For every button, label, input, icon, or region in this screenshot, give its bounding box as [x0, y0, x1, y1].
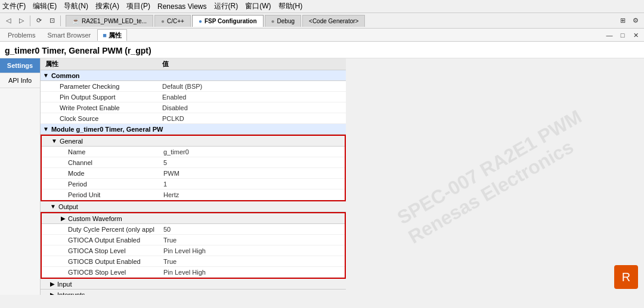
prop-row-param-checking[interactable]: Parameter Checking Default (BSP): [41, 81, 346, 92]
toolbar-layout-btn[interactable]: ⊞: [617, 15, 628, 27]
col-header-value: 值: [162, 60, 343, 69]
input-expand-icon[interactable]: ▶: [50, 281, 55, 287]
prop-value-write-protect: Disabled: [160, 104, 346, 112]
tab-problems-label: Problems: [8, 32, 35, 39]
prop-row-pin-output[interactable]: Pin Output Support Enabled: [41, 92, 346, 102]
right-watermark-panel: SPEC-007 RA2E1 PWMRenesas Electronics R: [346, 58, 644, 295]
interrupts-expand-icon[interactable]: ▶: [50, 291, 55, 295]
module-expand-icon[interactable]: ▼: [43, 126, 49, 132]
prop-value-mode: PWM: [161, 169, 345, 178]
menu-edit[interactable]: 编辑(E): [33, 1, 57, 11]
input-section-header[interactable]: ▶ Input: [41, 279, 346, 290]
prop-row-gtioca-enabled[interactable]: GTIOCA Output Enabled True: [42, 235, 345, 245]
tab-fsp[interactable]: ● FSP Configuration: [192, 15, 264, 27]
common-section-header[interactable]: ▼ Common: [41, 70, 346, 81]
tab-properties-icon: ■: [103, 32, 107, 39]
cpp-icon: ●: [161, 18, 165, 24]
panel-minimize-btn[interactable]: —: [603, 29, 615, 41]
menu-window[interactable]: 窗口(W): [245, 1, 271, 11]
prop-name-name: Name: [42, 148, 161, 156]
prop-value-param-checking: Default (BSP): [160, 82, 346, 91]
general-expand-icon[interactable]: ▼: [51, 138, 57, 144]
custom-waveform-header[interactable]: ▶ Custom Waveform: [42, 213, 345, 224]
prop-row-gtiocb-enabled[interactable]: GTIOCB Output Enabled True: [42, 256, 345, 267]
main-content: Settings API Info 属性 值 ▼ Common Paramete…: [0, 58, 644, 295]
prop-name-gtiocb-enabled: GTIOCB Output Enabled: [42, 257, 161, 266]
tab-debug[interactable]: ● Debug: [265, 15, 302, 27]
tab-cpp[interactable]: ● C/C++: [154, 15, 191, 27]
prop-name-mode: Mode: [42, 169, 161, 178]
sidebar-settings-tab[interactable]: Settings: [0, 58, 40, 73]
toolbar-btn-2[interactable]: ▷: [16, 15, 27, 27]
toolbar-separator-1: [30, 15, 30, 26]
module-section-header[interactable]: ▼ Module g_timer0 Timer, General PW: [41, 124, 346, 135]
prop-name-clock-source: Clock Source: [41, 114, 160, 123]
tab-codegen[interactable]: <Code Generator>: [302, 15, 365, 27]
general-section-header[interactable]: ▼ General: [42, 136, 345, 147]
sidebar-api-info-tab[interactable]: API Info: [0, 73, 40, 88]
coffee-icon: ☕: [72, 18, 79, 24]
tab-ra2e1-label: RA2E1_PWM_LED_te...: [82, 18, 147, 24]
toolbar-settings-btn[interactable]: ⚙: [630, 15, 642, 27]
prop-row-duty-cycle[interactable]: Duty Cycle Percent (only appl 50: [42, 224, 345, 235]
prop-row-clock-source[interactable]: Clock Source PCLKD: [41, 113, 346, 124]
prop-name-param-checking: Parameter Checking: [41, 82, 160, 91]
prop-value-gtiocb-enabled: True: [161, 257, 345, 266]
prop-row-period[interactable]: Period 1: [42, 179, 345, 189]
prop-value-gtioca-stop: Pin Level High: [161, 247, 345, 255]
prop-row-channel[interactable]: Channel 5: [42, 157, 345, 168]
tab-smart-browser-label: Smart Browser: [47, 32, 91, 39]
output-expand-icon[interactable]: ▼: [50, 203, 56, 210]
prop-row-name[interactable]: Name g_timer0: [42, 147, 345, 157]
fsp-icon: ●: [199, 18, 202, 24]
custom-waveform-label: Custom Waveform: [68, 215, 122, 222]
renesas-logo-icon: R: [614, 265, 638, 289]
prop-name-pin-output: Pin Output Support: [41, 93, 160, 101]
prop-row-mode[interactable]: Mode PWM: [42, 168, 345, 179]
prop-value-duty-cycle: 50: [161, 225, 345, 234]
tab-ra2e1[interactable]: ☕ RA2E1_PWM_LED_te...: [66, 15, 153, 27]
menu-renesas[interactable]: Renesas Views: [157, 2, 207, 11]
menu-run[interactable]: 运行(R): [214, 1, 239, 11]
tab-properties-label: 属性: [109, 31, 122, 40]
prop-row-write-protect[interactable]: Write Protect Enable Disabled: [41, 102, 346, 113]
common-expand-icon[interactable]: ▼: [43, 72, 49, 79]
menu-nav[interactable]: 导航(N): [64, 1, 88, 11]
properties-panel: 属性 值 ▼ Common Parameter Checking Default…: [41, 58, 346, 295]
panel-maximize-btn[interactable]: □: [617, 29, 628, 41]
watermark-text: SPEC-007 RA2E1 PWMRenesas Electronics: [346, 58, 644, 295]
toolbar-btn-4[interactable]: ⊡: [46, 15, 58, 27]
menu-project[interactable]: 项目(P): [126, 1, 150, 11]
prop-row-gtioca-stop[interactable]: GTIOCA Stop Level Pin Level High: [42, 245, 345, 256]
general-section-label: General: [60, 138, 83, 145]
panel-tab-bar: Problems Smart Browser ■ 属性 — □ ✕: [0, 29, 644, 42]
menu-bar: 文件(F) 编辑(E) 导航(N) 搜索(A) 项目(P) Renesas Vi…: [0, 0, 644, 13]
prop-value-clock-source: PCLKD: [160, 114, 346, 123]
prop-row-period-unit[interactable]: Period Unit Hertz: [42, 189, 345, 200]
tab-properties[interactable]: ■ 属性: [97, 29, 127, 41]
prop-value-gtioca-enabled: True: [161, 236, 345, 244]
prop-name-gtioca-stop: GTIOCA Stop Level: [42, 247, 161, 255]
interrupts-section-header[interactable]: ▶ Interrupts: [41, 290, 346, 295]
prop-name-gtiocb-stop: GTIOCB Stop Level: [42, 268, 161, 276]
output-section-header[interactable]: ▼ Output: [41, 201, 346, 212]
toolbar-btn-1[interactable]: ◁: [2, 15, 14, 27]
window-title-bar: g_timer0 Timer, General PWM (r_gpt): [0, 42, 644, 58]
prop-value-period-unit: Hertz: [161, 191, 345, 199]
menu-search[interactable]: 搜索(A): [95, 1, 119, 11]
col-header-name: 属性: [43, 60, 162, 69]
toolbar-btn-3[interactable]: ⟳: [33, 15, 45, 27]
tab-problems[interactable]: Problems: [2, 29, 41, 41]
custom-waveform-expand-icon[interactable]: ▶: [61, 215, 66, 222]
panel-close-btn[interactable]: ✕: [630, 29, 642, 41]
tab-smart-browser[interactable]: Smart Browser: [42, 29, 96, 41]
tab-debug-label: Debug: [277, 18, 295, 24]
menu-file[interactable]: 文件(F): [2, 1, 26, 11]
menu-help[interactable]: 帮助(H): [278, 1, 303, 11]
prop-row-gtiocb-stop[interactable]: GTIOCB Stop Level Pin Level High: [42, 267, 345, 278]
toolbar-separator-2: [60, 15, 61, 26]
prop-value-channel: 5: [161, 158, 345, 167]
prop-name-period-unit: Period Unit: [42, 191, 161, 199]
general-red-box: ▼ General Name g_timer0 Channel 5 Mode P…: [41, 135, 346, 201]
module-section-label: Module g_timer0 Timer, General PW: [51, 126, 163, 133]
